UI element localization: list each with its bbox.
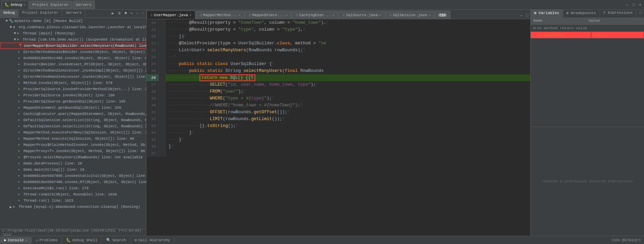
line-code-18: ········@Result(property = "homeTown", c… bbox=[166, 19, 530, 26]
bottom-tab-problems[interactable]: ⚠ Problems bbox=[32, 237, 62, 243]
tree-item-frame-6[interactable]: ▪ Method.invoke(Object, Object[]) line: … bbox=[0, 80, 146, 86]
tree-label-frame-4: DirectMethodHandleAccessor.invokeImpl(Ob… bbox=[23, 68, 146, 73]
tree-item-frame-15[interactable]: ▪ MapperMethod.execute(SqlSession, Objec… bbox=[0, 136, 146, 142]
tree-item-frame-10[interactable]: ▪ MappedStatement.getBoundSql(Object) li… bbox=[0, 105, 146, 111]
tree-item-frame-22[interactable]: ▪ 0x000001dee5607400.invoke_MT(Object, O… bbox=[0, 179, 146, 185]
tree-item-thread-cleanup[interactable]: ▶ ⊳ Thread [mysql-cj-abandoned-connectio… bbox=[0, 204, 146, 210]
debug-tab-close[interactable]: ✕ bbox=[23, 3, 25, 7]
var-row-rowbounds[interactable]: ◈ rowBounds null bbox=[531, 32, 644, 39]
editor-tab-user-mapper[interactable]: J UserMapper.java ✕ bbox=[146, 11, 195, 19]
tree-item-frame-3[interactable]: ▪ Invokers$Holder.invokeExact_MT(Object,… bbox=[0, 61, 146, 67]
editor-tab-sql-source[interactable]: J SqlSource.java ✕ bbox=[338, 11, 385, 19]
code-line-26: 26 → ············return new SQL() {{¶ bbox=[146, 74, 530, 81]
bottom-tab-call-hierarchy[interactable]: ⊡ Call Hierarchy bbox=[131, 237, 175, 243]
tree-item-project[interactable]: ▼ 🔧 mybatis-demo [9] [Maven Build] bbox=[0, 18, 146, 24]
tree-item-frame-17[interactable]: ▪ MapperProxy<T>.invoke(Object, Method, … bbox=[0, 148, 146, 154]
tree-label-frame-5: DirectMethodHandleAccessor.invoke(Object… bbox=[23, 75, 146, 79]
tab-debug[interactable]: 🐛 Debug ✕ bbox=[1, 1, 29, 9]
right-panel-maximize[interactable]: □ bbox=[638, 10, 643, 15]
tree-item-frame-4[interactable]: ▪ DirectMethodHandleAccessor.invokeImpl(… bbox=[0, 67, 146, 74]
frame-icon-1: ▪ bbox=[18, 50, 23, 54]
var-cell-rowbounds-name: ◈ rowBounds bbox=[536, 32, 591, 38]
right-tab-breakpoints[interactable]: ⊛ Breakpoints bbox=[563, 10, 600, 18]
debug-step-return-btn[interactable]: ↑ bbox=[140, 10, 145, 17]
tree-item-frame-21[interactable]: ▪ 0x000001dee5607000.invokeStaticInit(Ob… bbox=[0, 173, 146, 179]
tree-item-frame-2[interactable]: ▪ 0x000001dee56cc400.invoke(Object, Obje… bbox=[0, 55, 146, 61]
debug-step-into-btn[interactable]: ↓ bbox=[135, 10, 140, 17]
tree-item-frame-23[interactable]: ▪ ExecJavaMojo$1.run() line: 279 bbox=[0, 185, 146, 191]
tree-item-launcher[interactable]: ▼ ⚙ org.codehaus.plexus.classworlds.laun… bbox=[0, 24, 146, 30]
close-btn[interactable]: ✕ bbox=[637, 2, 643, 8]
debug-suspend-btn[interactable]: ⏸ bbox=[116, 10, 123, 17]
console-close[interactable]: ✕ bbox=[25, 238, 27, 242]
tree-item-frame-7[interactable]: ▪ ProviderSqlSource.invokeProviderMethod… bbox=[0, 86, 146, 92]
line-num-31: 31 bbox=[146, 109, 159, 116]
tree-label-frame-14: MapperMethod.executeForMany(SqlSession, … bbox=[23, 130, 146, 135]
tree-item-frame-11[interactable]: ▪ CachingExecutor.query(MappedStatement,… bbox=[0, 111, 146, 117]
tree-item-frame-9[interactable]: ▪ ProviderSqlSource.getBoundSql(Object) … bbox=[0, 98, 146, 105]
editor-tab-close-4[interactable]: ✕ bbox=[379, 13, 381, 17]
editor-maximize-btn[interactable]: □ bbox=[524, 13, 530, 18]
editor-tab-close-0[interactable]: ✕ bbox=[190, 13, 192, 17]
line-code-22: ····List<User> selectManyUsers(RowBounds… bbox=[166, 47, 530, 54]
bottom-tab-debug-shell[interactable]: 🐛 Debug Shell bbox=[62, 237, 102, 243]
right-tab-expressions[interactable]: ƒ Expressions bbox=[600, 10, 637, 18]
line-gutter-27 bbox=[159, 81, 166, 88]
tree-label-frame-15: MapperMethod.execute(SqlSession, Object[… bbox=[23, 137, 134, 141]
tree-item-active-frame[interactable]: 📍 UserMapper$UserSqlBuilder.selectManyUs… bbox=[0, 43, 146, 49]
tree-item-thread-suspended[interactable]: ▼ ⊳ Thread [com.thb.Demo.main()] (Suspen… bbox=[0, 36, 146, 43]
java-file-icon-3: J bbox=[295, 13, 298, 17]
tree-item-frame-19[interactable]: ▪ Demo.dataProcess() line: 29 bbox=[0, 160, 146, 167]
editor-tab-close-5[interactable]: ✕ bbox=[428, 13, 430, 17]
left-tab-debug[interactable]: Debug bbox=[0, 10, 19, 18]
tab-servers[interactable]: Servers bbox=[73, 1, 95, 9]
code-area[interactable]: 18 ········@Result(property = "homeTown"… bbox=[146, 19, 530, 236]
bottom-tab-console[interactable]: ▶ Console ✕ bbox=[0, 237, 32, 243]
minimize-btn[interactable]: — bbox=[625, 2, 630, 8]
editor-tab-close-2[interactable]: ✕ bbox=[285, 13, 287, 17]
bottom-tab-search[interactable]: 🔍 Search bbox=[102, 237, 131, 243]
frame-icon-10: ▪ bbox=[18, 106, 23, 110]
debug-stop-btn[interactable]: ■ bbox=[123, 10, 129, 17]
line-num-30: 30 bbox=[146, 102, 159, 109]
tab-project-explorer[interactable]: Project Explorer bbox=[29, 1, 72, 9]
frame-icon-12: ▪ bbox=[18, 118, 23, 122]
editor-tab-close-1[interactable]: ✕ bbox=[238, 13, 241, 17]
editor-tab-mapper-method[interactable]: J MapperMethod... ✕ bbox=[196, 11, 245, 19]
line-num-32: 32 bbox=[146, 116, 159, 123]
tree-item-frame-18[interactable]: ▪ $Proxy43.selectManyUsers(RowBounds) li… bbox=[0, 154, 146, 160]
tree-item-frame-5[interactable]: ▪ DirectMethodHandleAccessor.invoke(Obje… bbox=[0, 74, 146, 80]
debug-step-over-btn[interactable]: ↷ bbox=[129, 10, 134, 17]
right-tab-variables[interactable]: ⊞ Variables bbox=[531, 10, 563, 18]
tree-item-frame-14[interactable]: ▪ MapperMethod.executeForMany(SqlSession… bbox=[0, 129, 146, 136]
tree-item-thread-main[interactable]: ▼ ⊳ Thread [main] (Running) bbox=[0, 30, 146, 36]
editor-minimize-btn[interactable]: — bbox=[519, 13, 524, 18]
editor-tab-close-3[interactable]: ✕ bbox=[332, 13, 334, 17]
var-col-name: Name bbox=[531, 18, 586, 24]
tree-item-frame-1[interactable]: ▪ DirectMethodHandle$Holder.invoke(Objec… bbox=[0, 49, 146, 55]
line-code-27: ················SELECT("id, user_name, h… bbox=[166, 81, 530, 88]
editor-tab-sql-session[interactable]: J SqlSession.java ✕ bbox=[386, 11, 435, 19]
status-bar: C:\Program Files\Java\jdk-20\bin\javaw.e… bbox=[0, 229, 146, 236]
editor-tab-more[interactable]: +14 bbox=[435, 11, 450, 19]
left-tab-servers[interactable]: Servers bbox=[62, 10, 85, 18]
tree-item-frame-12[interactable]: ▪ DefaultSqlSession.selectList(String, O… bbox=[0, 117, 146, 123]
line-code-20: ····})¶ bbox=[166, 33, 530, 40]
line-code-23: ··¶ bbox=[166, 54, 530, 61]
line-code-29: ················WHERE("type = #{type}");… bbox=[166, 95, 530, 102]
editor-tab-caching[interactable]: J CachingExec... ✕ bbox=[292, 11, 338, 19]
tree-label-active-frame: UserMapper$UserSqlBuilder.selectManyUser… bbox=[24, 44, 146, 48]
debug-resume-btn[interactable]: ▶ bbox=[110, 10, 115, 17]
left-tab-project-explorer[interactable]: Project Explorer bbox=[19, 10, 62, 18]
tree-item-frame-13[interactable]: ▪ DefaultSqlSession.selectList(String, O… bbox=[0, 123, 146, 129]
editor-tab-mapped-state[interactable]: J MappedState... ✕ bbox=[245, 11, 291, 19]
tree-item-frame-25[interactable]: ▪ Thread.run() line: 1623 bbox=[0, 198, 146, 204]
debug-tree[interactable]: ▼ 🔧 mybatis-demo [9] [Maven Build] ▼ ⚙ o… bbox=[0, 18, 146, 229]
status-text: C:\Program Files\Java\jdk-20\bin\javaw.e… bbox=[2, 228, 144, 236]
tree-item-frame-16[interactable]: ▪ MapperProxy$PlainMethodInvoker.invoke(… bbox=[0, 142, 146, 148]
tree-item-frame-8[interactable]: ▪ ProviderSqlSource.invoke(Object) line:… bbox=[0, 92, 146, 98]
maximize-btn[interactable]: □ bbox=[631, 2, 636, 8]
tree-item-frame-24[interactable]: ▪ Thread.runWith(Object, Runnable) line:… bbox=[0, 191, 146, 198]
tree-item-frame-20[interactable]: ▪ Demo.main(String[]) line: 18 bbox=[0, 167, 146, 173]
frame-icon-5: ▪ bbox=[18, 75, 23, 79]
